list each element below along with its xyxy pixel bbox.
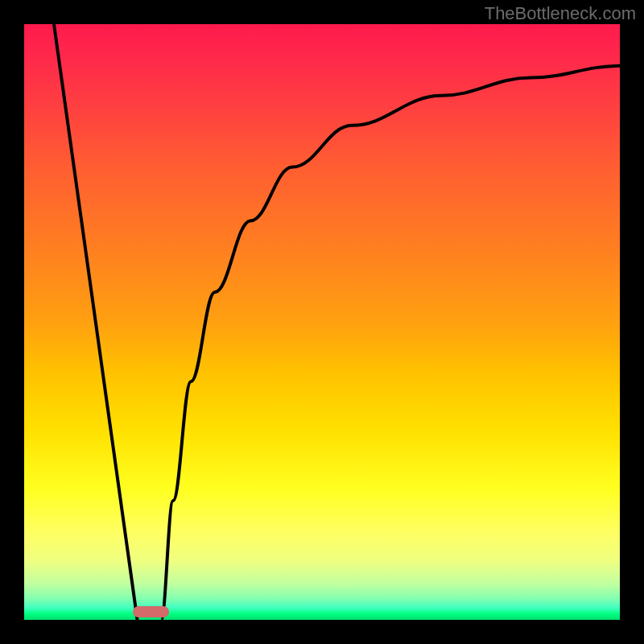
right-curve-path bbox=[161, 66, 620, 620]
chart-plot-area bbox=[24, 24, 620, 620]
minimum-marker bbox=[133, 606, 169, 617]
watermark-text: TheBottleneck.com bbox=[485, 3, 636, 24]
curve-overlay bbox=[24, 24, 620, 620]
left-line-path bbox=[54, 24, 138, 620]
